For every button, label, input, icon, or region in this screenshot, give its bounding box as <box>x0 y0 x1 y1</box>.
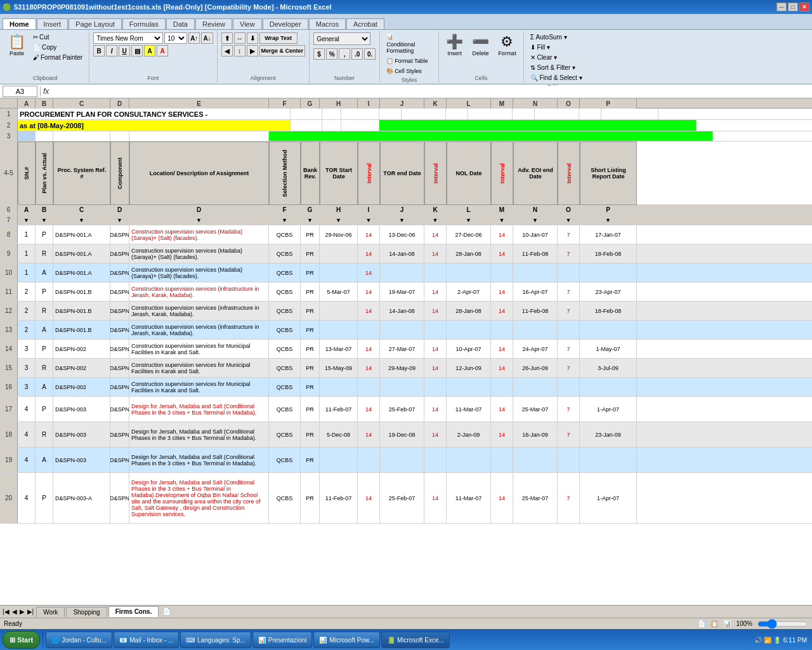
cell-N15[interactable]: 26-Jun-09 <box>513 359 558 377</box>
cell-A16[interactable]: 3 <box>18 378 36 396</box>
copy-button[interactable]: 📄 Copy <box>30 43 85 52</box>
cell-F16[interactable]: QCBS <box>269 378 301 396</box>
cell-C11[interactable]: D&SPN-001.B <box>53 282 110 301</box>
cell-N18[interactable]: 16-Jan-09 <box>513 422 558 447</box>
cell-H11[interactable]: 5-Mar-07 <box>320 282 358 301</box>
filter-K7[interactable]: ▼ <box>424 215 447 225</box>
minimize-button[interactable]: ─ <box>776 3 787 11</box>
cell-F8[interactable]: QCBS <box>269 225 301 244</box>
cell-C9[interactable]: D&SPN-001.A <box>53 244 110 263</box>
cell-F13[interactable]: QCBS <box>269 321 301 339</box>
cell-I16[interactable] <box>358 378 380 396</box>
cell-C17[interactable]: D&SPN-003 <box>53 397 110 421</box>
cell-E11[interactable]: Construction supervision services (infra… <box>129 282 269 301</box>
cell-E6[interactable]: D <box>129 205 269 215</box>
cell-int1-header[interactable]: Interval <box>358 142 380 205</box>
cell-F20[interactable]: QCBS <box>269 473 301 523</box>
cell-N16[interactable] <box>513 378 558 396</box>
cell-M17[interactable]: 14 <box>491 397 513 421</box>
cell-D6[interactable]: D <box>110 205 129 215</box>
cell-O19[interactable] <box>558 448 580 472</box>
cell-C19[interactable]: D&SPN-003 <box>53 448 110 472</box>
cell-B18[interactable]: R <box>36 422 53 447</box>
cell-L19[interactable] <box>447 448 491 472</box>
cell-H8[interactable]: 29-Nov-06 <box>320 225 358 244</box>
cell-E18[interactable]: Design for Jersah, Madaba and Salt (Cond… <box>129 422 269 447</box>
cell-K13[interactable] <box>424 321 447 339</box>
cell-I18[interactable]: 14 <box>358 422 380 447</box>
col-header-M[interactable]: M <box>491 98 513 109</box>
cell-P13[interactable] <box>580 321 637 339</box>
cell-G10[interactable]: PR <box>301 263 320 282</box>
status-view-pagebreak[interactable]: 📊 <box>723 620 731 627</box>
cell-O13[interactable] <box>558 321 580 339</box>
cell-O20[interactable]: 7 <box>558 473 580 523</box>
cut-button[interactable]: ✂ Cut <box>30 32 85 42</box>
cell-M10[interactable] <box>491 263 513 282</box>
maximize-button[interactable]: □ <box>788 3 798 11</box>
cell-J13[interactable] <box>380 321 424 339</box>
cell-J1[interactable] <box>402 109 446 119</box>
cell-F19[interactable]: QCBS <box>269 448 301 472</box>
cell-N13[interactable] <box>513 321 558 339</box>
cell-J10[interactable] <box>380 263 424 282</box>
cell-G12[interactable]: PR <box>301 302 320 320</box>
cell-F3-green[interactable] <box>269 131 713 141</box>
taskbar-item-0[interactable]: 🌐 Jordan - Cultu... <box>46 632 112 648</box>
cell-A1[interactable]: PROCUREMENT PLAN FOR CONSULTANCY SERVICE… <box>18 109 291 119</box>
cell-F14[interactable]: QCBS <box>269 340 301 358</box>
col-header-L[interactable]: L <box>447 98 491 109</box>
cell-P19[interactable] <box>580 448 637 472</box>
cell-F15[interactable]: QCBS <box>269 359 301 377</box>
font-grow-button[interactable]: A↑ <box>188 32 200 44</box>
merge-center-button[interactable]: Merge & Center <box>259 45 306 56</box>
cell-D11[interactable]: D&SPN <box>110 282 129 301</box>
align-right-button[interactable]: ▶ <box>247 45 258 56</box>
col-header-P[interactable]: P <box>580 98 637 109</box>
font-name-select[interactable]: Times New Rom <box>93 32 163 44</box>
cell-F12[interactable]: QCBS <box>269 302 301 320</box>
cell-J19[interactable] <box>380 448 424 472</box>
cell-F11[interactable]: QCBS <box>269 282 301 301</box>
col-header-J[interactable]: J <box>380 98 424 109</box>
cell-N11[interactable]: 16-Apr-07 <box>513 282 558 301</box>
cell-E12[interactable]: Construction supervision services (infra… <box>129 302 269 320</box>
cell-A19[interactable]: 4 <box>18 448 36 472</box>
cell-J14[interactable]: 27-Mar-07 <box>380 340 424 358</box>
cell-J16[interactable] <box>380 378 424 396</box>
cell-I1[interactable] <box>379 109 402 119</box>
cell-B12[interactable]: R <box>36 302 53 320</box>
cell-C8[interactable]: D&SPN-001.A <box>53 225 110 244</box>
fill-color-button[interactable]: A <box>144 45 155 56</box>
align-top-button[interactable]: ⬆ <box>221 32 233 44</box>
cell-plan-header[interactable]: Plan vs. Actual <box>36 142 53 205</box>
cell-short-listing-header[interactable]: Short Listing Report Date <box>580 142 637 205</box>
cell-B20[interactable]: P <box>36 473 53 523</box>
cell-B17[interactable]: P <box>36 397 53 421</box>
col-header-I[interactable]: I <box>358 98 380 109</box>
tab-review[interactable]: Review <box>195 18 232 29</box>
tab-formulas[interactable]: Formulas <box>122 18 166 29</box>
cell-K10[interactable] <box>424 263 447 282</box>
cell-L10[interactable] <box>447 263 491 282</box>
cell-F1[interactable] <box>291 109 322 119</box>
sheet-tab-shopping[interactable]: Shopping <box>66 607 107 617</box>
cell-I14[interactable]: 14 <box>358 340 380 358</box>
cell-P11[interactable]: 23-Apr-07 <box>580 282 637 301</box>
cell-component-header[interactable]: Component <box>110 142 129 205</box>
tab-view[interactable]: View <box>233 18 262 29</box>
cell-C12[interactable]: D&SPN-001.B <box>53 302 110 320</box>
filter-G7[interactable]: ▼ <box>301 215 320 225</box>
number-format-select[interactable]: General <box>313 32 370 45</box>
cell-K6[interactable]: K <box>424 205 447 215</box>
cell-C10[interactable]: D&SPN-001.A <box>53 263 110 282</box>
cell-D9[interactable]: D&SPN <box>110 244 129 263</box>
cell-K16[interactable] <box>424 378 447 396</box>
cell-G19[interactable]: PR <box>301 448 320 472</box>
clear-button[interactable]: ✕ Clear ▾ <box>528 53 560 62</box>
sheet-tab-firms-cons[interactable]: Firms Cons. <box>108 606 159 617</box>
filter-L7[interactable]: ▼ <box>447 215 491 225</box>
cell-A12[interactable]: 2 <box>18 302 36 320</box>
cell-M18[interactable]: 14 <box>491 422 513 447</box>
cell-K18[interactable]: 14 <box>424 422 447 447</box>
